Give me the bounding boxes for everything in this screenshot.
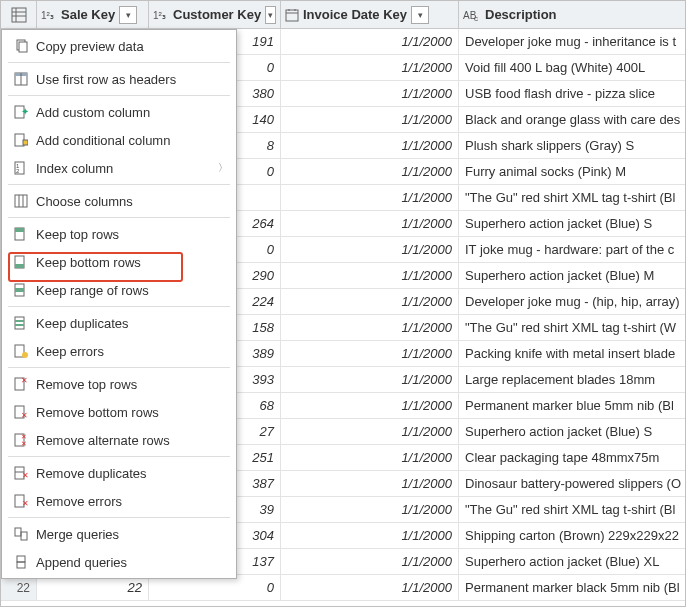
description-cell: USB food flash drive - pizza slice	[459, 81, 685, 106]
description-cell: Clear packaging tape 48mmx75m	[459, 445, 685, 470]
menu-remove-top-rows[interactable]: ✕Remove top rows	[2, 370, 236, 398]
chevron-right-icon: 〉	[218, 161, 228, 175]
svg-rect-13	[19, 42, 27, 52]
invoice-date-cell: 1/1/2000	[281, 211, 459, 236]
number-type-icon: 1²₃	[41, 8, 57, 22]
svg-text:✕: ✕	[21, 440, 27, 447]
svg-rect-0	[12, 8, 26, 22]
menu-keep-range-rows[interactable]: Keep range of rows	[2, 276, 236, 304]
menu-append-queries[interactable]: Append queries	[2, 548, 236, 576]
table-menu-button[interactable]	[1, 1, 37, 28]
svg-rect-53	[17, 562, 25, 568]
invoice-date-cell: 1/1/2000	[281, 185, 459, 210]
column-dropdown-icon[interactable]: ▾	[411, 6, 429, 24]
menu-remove-errors[interactable]: ✕Remove errors	[2, 487, 236, 515]
merge-icon	[10, 527, 32, 541]
remove-alt-icon: ✕✕	[10, 433, 32, 447]
svg-rect-24	[15, 195, 27, 207]
menu-remove-bottom-rows[interactable]: ✕Remove bottom rows	[2, 398, 236, 426]
invoice-date-cell: 1/1/2000	[281, 523, 459, 548]
svg-text:✕: ✕	[21, 433, 27, 440]
remove-bottom-icon: ✕	[10, 405, 32, 419]
menu-keep-top-rows[interactable]: Keep top rows	[2, 220, 236, 248]
menu-separator	[8, 306, 230, 307]
description-cell: Large replacement blades 18mm	[459, 367, 685, 392]
invoice-date-cell: 1/1/2000	[281, 289, 459, 314]
column-dropdown-icon[interactable]: ▾	[265, 6, 276, 24]
headers-icon	[10, 72, 32, 86]
svg-rect-50	[15, 528, 21, 536]
invoice-date-cell: 1/1/2000	[281, 471, 459, 496]
description-cell: Superhero action jacket (Blue) M	[459, 263, 685, 288]
menu-keep-duplicates[interactable]: Keep duplicates	[2, 309, 236, 337]
menu-remove-duplicates[interactable]: ✕Remove duplicates	[2, 459, 236, 487]
menu-keep-errors[interactable]: Keep errors	[2, 337, 236, 365]
keep-top-icon	[10, 227, 32, 241]
keep-bottom-icon	[10, 255, 32, 269]
description-cell: Packing knife with metal insert blade	[459, 341, 685, 366]
description-cell: IT joke mug - hardware: part of the c	[459, 237, 685, 262]
svg-text:✦: ✦	[21, 106, 28, 117]
menu-separator	[8, 456, 230, 457]
column-header-sale-key[interactable]: 1²₃ Sale Key ▾	[37, 1, 149, 28]
svg-text:c: c	[474, 14, 478, 22]
menu-separator	[8, 217, 230, 218]
svg-text:1²₃: 1²₃	[153, 10, 166, 21]
number-type-icon: 1²₃	[153, 8, 169, 22]
menu-separator	[8, 62, 230, 63]
menu-separator	[8, 184, 230, 185]
description-cell: "The Gu" red shirt XML tag t-shirt (Bl	[459, 497, 685, 522]
invoice-date-cell: 1/1/2000	[281, 419, 459, 444]
invoice-date-cell: 1/1/2000	[281, 445, 459, 470]
column-dropdown-icon[interactable]: ▾	[119, 6, 137, 24]
svg-rect-32	[15, 288, 24, 292]
menu-add-custom-column[interactable]: ✦Add custom column	[2, 98, 236, 126]
keep-err-icon	[10, 344, 32, 358]
description-cell: Developer joke mug - (hip, hip, array)	[459, 289, 685, 314]
invoice-date-cell: 1/1/2000	[281, 341, 459, 366]
header-label: Description	[485, 7, 557, 22]
invoice-date-cell: 1/1/2000	[281, 393, 459, 418]
svg-text:✕: ✕	[22, 471, 28, 480]
description-cell: Developer joke mug - inheritance is t	[459, 29, 685, 54]
svg-text:✕: ✕	[22, 499, 28, 508]
svg-text:✕: ✕	[21, 377, 28, 385]
invoice-date-cell: 1/1/2000	[281, 29, 459, 54]
menu-merge-queries[interactable]: Merge queries	[2, 520, 236, 548]
column-header-description[interactable]: ABc Description	[459, 1, 685, 28]
menu-separator	[8, 367, 230, 368]
invoice-date-cell: 1/1/2000	[281, 237, 459, 262]
header-label: Invoice Date Key	[303, 7, 407, 22]
description-cell: Plush shark slippers (Gray) S	[459, 133, 685, 158]
remove-err-icon: ✕	[10, 494, 32, 508]
keep-dup-icon	[10, 316, 32, 330]
date-type-icon	[285, 8, 299, 22]
menu-choose-columns[interactable]: Choose columns	[2, 187, 236, 215]
index-icon: 12	[10, 161, 32, 175]
description-cell: "The Gu" red shirt XML tag t-shirt (Bl	[459, 185, 685, 210]
menu-keep-bottom-rows[interactable]: Keep bottom rows	[2, 248, 236, 276]
invoice-date-cell: 1/1/2000	[281, 315, 459, 340]
menu-copy-preview-data[interactable]: Copy preview data	[2, 32, 236, 60]
description-cell: Dinosaur battery-powered slippers (O	[459, 471, 685, 496]
invoice-date-cell: 1/1/2000	[281, 159, 459, 184]
header-label: Sale Key	[61, 7, 115, 22]
append-icon	[10, 555, 32, 569]
svg-rect-30	[15, 264, 24, 268]
remove-dup-icon: ✕	[10, 466, 32, 480]
column-header-invoice-date[interactable]: Invoice Date Key ▾	[281, 1, 459, 28]
invoice-date-cell: 1/1/2000	[281, 81, 459, 106]
description-cell: Superhero action jacket (Blue) S	[459, 419, 685, 444]
svg-text:2: 2	[16, 168, 20, 174]
menu-remove-alternate-rows[interactable]: ✕✕Remove alternate rows	[2, 426, 236, 454]
svg-text:✕: ✕	[21, 411, 28, 419]
header-label: Customer Key	[173, 7, 261, 22]
menu-use-first-row-as-headers[interactable]: Use first row as headers	[2, 65, 236, 93]
description-cell: Furry animal socks (Pink) M	[459, 159, 685, 184]
column-header-customer-key[interactable]: 1²₃ Customer Key ▾	[149, 1, 281, 28]
menu-index-column[interactable]: 12Index column〉	[2, 154, 236, 182]
conditional-icon	[10, 133, 32, 147]
menu-add-conditional-column[interactable]: Add conditional column	[2, 126, 236, 154]
remove-top-icon: ✕	[10, 377, 32, 391]
svg-rect-52	[17, 556, 25, 562]
